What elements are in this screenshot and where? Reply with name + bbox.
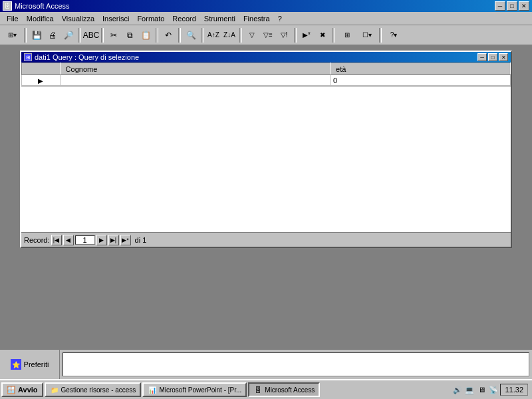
tray-icon-display[interactable]: 🖥: [476, 384, 487, 395]
toolbar: ⊞▾ 💾 🖨 🔎 ABC ✂ ⧉ 📋 ↶ 🔍 A↑Z Z↓A ▽ ▽≡ ▽! ▶…: [0, 25, 532, 45]
sep5: [178, 28, 181, 43]
favorites-tab[interactable]: ⭐ Preferiti: [0, 350, 60, 379]
query-minimize-button[interactable]: ─: [477, 53, 487, 61]
menu-inserisci[interactable]: Inserisci: [98, 13, 133, 24]
taskbar-item-access[interactable]: 🗄 Microsoft Access: [248, 382, 320, 397]
nav-prev-button[interactable]: ◀: [63, 235, 74, 245]
start-button[interactable]: 🪟 Avvio: [1, 382, 43, 397]
cell-eta[interactable]: 0: [331, 75, 511, 86]
title-bar: 🗄 Microsoft Access ─ □ ✕: [0, 0, 532, 12]
query-table: Cognome età ▶ 0: [21, 63, 511, 86]
tray-icon-network[interactable]: 💻: [464, 384, 475, 395]
query-table-area: Cognome età ▶ 0: [21, 63, 511, 232]
undo-button[interactable]: ↶: [161, 28, 176, 43]
taskbar-left: 🪟 Avvio 📁 Gestione risorse - access 📊 Mi…: [1, 382, 320, 397]
query-maximize-button[interactable]: □: [488, 53, 497, 61]
sort-desc-button[interactable]: Z↓A: [222, 28, 237, 43]
sep9: [332, 28, 335, 43]
cell-cognome[interactable]: [60, 75, 330, 86]
menu-formato[interactable]: Formato: [133, 13, 168, 24]
data-area: [21, 86, 511, 232]
sep2: [78, 28, 81, 43]
app-title: Microsoft Access: [15, 2, 70, 10]
col-cognome-header[interactable]: Cognome: [60, 63, 330, 75]
app-wrapper: 🗄 Microsoft Access ─ □ ✕ File Modifica V…: [0, 0, 532, 399]
taskbar-item-explorer[interactable]: 📁 Gestione risorse - access: [45, 382, 142, 397]
taskbar: 🪟 Avvio 📁 Gestione risorse - access 📊 Mi…: [0, 379, 532, 399]
filter-form-button[interactable]: ▽≡: [261, 28, 275, 43]
menu-visualizza[interactable]: Visualizza: [58, 13, 98, 24]
menu-finestra[interactable]: Finestra: [239, 13, 274, 24]
explorer-icon: 📁: [50, 385, 59, 394]
favorites-bar: ⭐ Preferiti: [0, 349, 532, 379]
col-selector-header: [22, 63, 61, 75]
app-body: ⊞ dati1 Query : Query di selezione ─ □ ✕…: [0, 45, 532, 399]
col-eta-header[interactable]: età: [331, 63, 511, 75]
query-title-bar: ⊞ dati1 Query : Query di selezione ─ □ ✕: [21, 52, 511, 63]
query-title: dati1 Query : Query di selezione: [35, 53, 139, 61]
maximize-button[interactable]: □: [507, 1, 517, 11]
sep8: [294, 28, 297, 43]
apply-filter-button[interactable]: ▽!: [277, 28, 291, 43]
save-button[interactable]: 💾: [29, 28, 44, 43]
sort-asc-button[interactable]: A↑Z: [206, 28, 221, 43]
access-icon: 🗄: [253, 385, 263, 394]
record-nav: Record: |◀ ◀ ▶ ▶| ▶* di 1: [21, 232, 511, 247]
query-title-controls: ─ □ ✕: [477, 53, 508, 61]
app-icon: 🗄: [3, 1, 12, 11]
query-close-button[interactable]: ✕: [499, 53, 508, 61]
favorites-icon: ⭐: [11, 359, 21, 370]
tray-icon-sound[interactable]: 🔊: [452, 384, 463, 395]
menu-bar: File Modifica Visualizza Inserisci Forma…: [0, 12, 532, 25]
taskbar-right: 🔊 💻 🖥 📡 11.32: [452, 384, 531, 396]
nav-next-button[interactable]: ▶: [96, 235, 107, 245]
sep3: [101, 28, 104, 43]
title-bar-controls: ─ □ ✕: [495, 1, 529, 11]
start-icon: 🪟: [7, 386, 16, 394]
access-label: Microsoft Access: [265, 386, 315, 394]
sep6: [201, 28, 203, 43]
menu-record[interactable]: Record: [168, 13, 200, 24]
minimize-button[interactable]: ─: [495, 1, 505, 11]
sep4: [156, 28, 158, 43]
tray-icon-misc[interactable]: 📡: [488, 384, 499, 395]
nav-new-button[interactable]: ▶*: [120, 235, 131, 245]
paste-button[interactable]: 📋: [138, 28, 153, 43]
new-record-button[interactable]: ▶*: [299, 28, 314, 43]
record-number-input[interactable]: [75, 235, 95, 245]
taskbar-item-powerpoint[interactable]: 📊 Microsoft PowerPoint - [Pr...: [142, 382, 247, 397]
delete-record-button[interactable]: ✖: [315, 28, 330, 43]
sys-tray: 🔊 💻 🖥 📡: [452, 384, 499, 395]
menu-file[interactable]: File: [3, 13, 23, 24]
copy-button[interactable]: ⧉: [122, 28, 137, 43]
menu-strumenti[interactable]: Strumenti: [200, 13, 239, 24]
menu-help[interactable]: ?: [274, 13, 286, 24]
nav-first-button[interactable]: |◀: [51, 235, 62, 245]
database-window-button[interactable]: ⊞: [338, 28, 356, 43]
favorites-content: [63, 352, 529, 376]
print-button[interactable]: 🖨: [45, 28, 60, 43]
preview-button[interactable]: 🔎: [61, 28, 76, 43]
help-button[interactable]: ?▾: [384, 28, 403, 43]
cut-button[interactable]: ✂: [106, 28, 121, 43]
powerpoint-label: Microsoft PowerPoint - [Pr...: [159, 386, 241, 394]
favorites-label: Preferiti: [24, 360, 49, 368]
close-button[interactable]: ✕: [519, 1, 529, 11]
query-icon: ⊞: [24, 53, 32, 61]
nav-last-button[interactable]: ▶|: [108, 235, 119, 245]
table-row: ▶ 0: [22, 75, 511, 86]
query-title-left: ⊞ dati1 Query : Query di selezione: [24, 53, 139, 61]
clock: 11.32: [500, 384, 528, 396]
find-button[interactable]: 🔍: [184, 28, 198, 43]
new-object-button[interactable]: ☐▾: [358, 28, 376, 43]
explorer-label: Gestione risorse - access: [61, 386, 136, 394]
view-button[interactable]: ⊞▾: [3, 28, 21, 43]
filter-sel-button[interactable]: ▽: [245, 28, 259, 43]
spell-button[interactable]: ABC: [84, 28, 98, 43]
row-arrow: ▶: [38, 77, 43, 84]
title-bar-left: 🗄 Microsoft Access: [3, 1, 70, 11]
start-label: Avvio: [18, 386, 38, 394]
menu-modifica[interactable]: Modifica: [23, 13, 58, 24]
row-selector: ▶: [22, 75, 61, 86]
powerpoint-icon: 📊: [148, 385, 157, 394]
